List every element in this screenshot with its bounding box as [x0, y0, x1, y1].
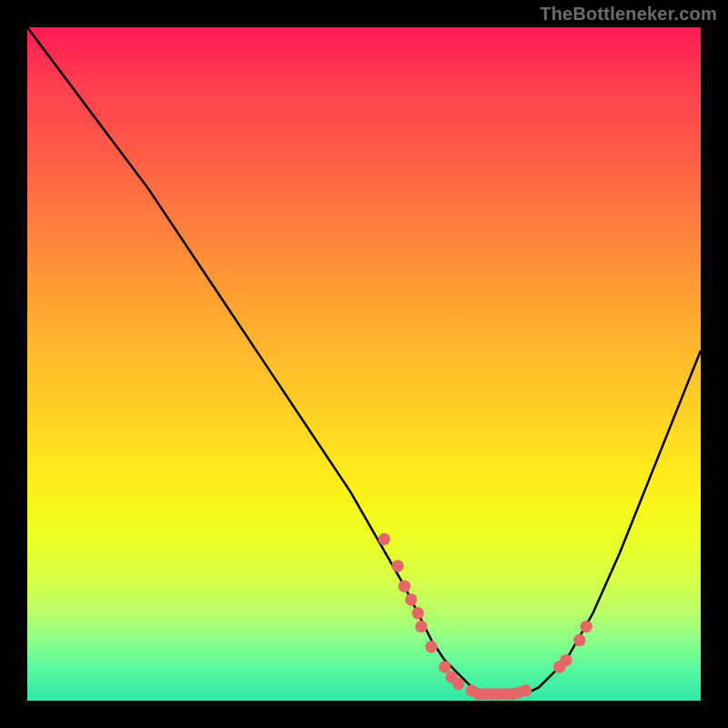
gpu-marker [379, 533, 390, 545]
chart-svg [27, 27, 701, 701]
gpu-marker [391, 560, 403, 571]
bottleneck-curve [27, 27, 701, 694]
gpu-marker [412, 607, 424, 619]
gpu-marker [425, 641, 437, 652]
watermark-text: TheBottleneker.com [540, 4, 717, 25]
gpu-marker [520, 684, 531, 696]
gpu-marker [573, 634, 585, 646]
gpu-marker [560, 654, 571, 666]
gpu-marker [405, 593, 417, 605]
gpu-markers [379, 533, 592, 701]
gpu-marker [439, 661, 450, 672]
gpu-marker [452, 678, 464, 690]
gpu-marker [399, 581, 410, 592]
chart-frame: TheBottleneker.com [0, 0, 728, 728]
gpu-marker [581, 621, 592, 632]
gpu-marker [415, 621, 427, 632]
